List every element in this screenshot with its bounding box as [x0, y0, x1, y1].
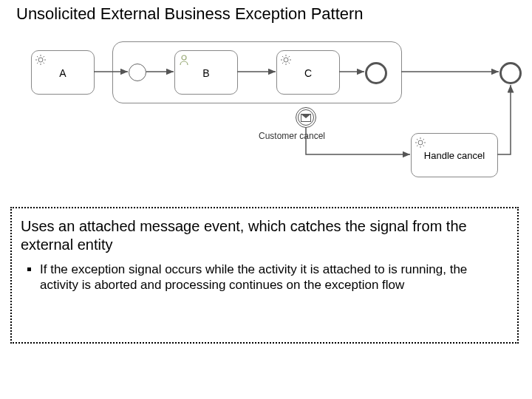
detail-list: If the exception signal occurs while the…	[40, 262, 510, 293]
summary-text: Uses an attached message event, which ca…	[21, 217, 508, 254]
slide-root: Unsolicited External Business Exception …	[0, 0, 532, 399]
slide-title: Unsolicited External Business Exception …	[16, 4, 364, 24]
bpmn-diagram: A B C Customer cancel	[0, 30, 532, 177]
detail-item: If the exception signal occurs while the…	[40, 262, 510, 293]
sequence-flows	[0, 30, 532, 177]
explanation-box: Uses an attached message event, which ca…	[10, 207, 519, 344]
